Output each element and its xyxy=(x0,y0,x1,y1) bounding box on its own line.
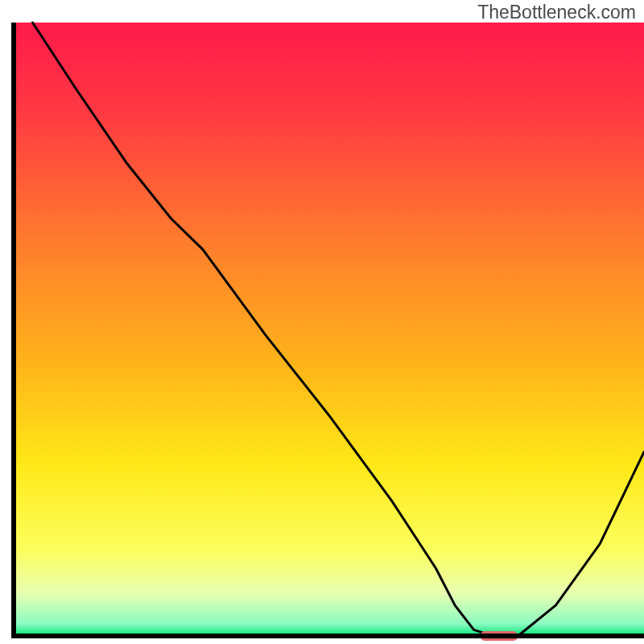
watermark-text: TheBottleneck.com xyxy=(477,2,636,23)
bottleneck-chart xyxy=(0,0,644,644)
chart-frame: TheBottleneck.com xyxy=(0,0,644,644)
plot-background xyxy=(14,23,644,636)
